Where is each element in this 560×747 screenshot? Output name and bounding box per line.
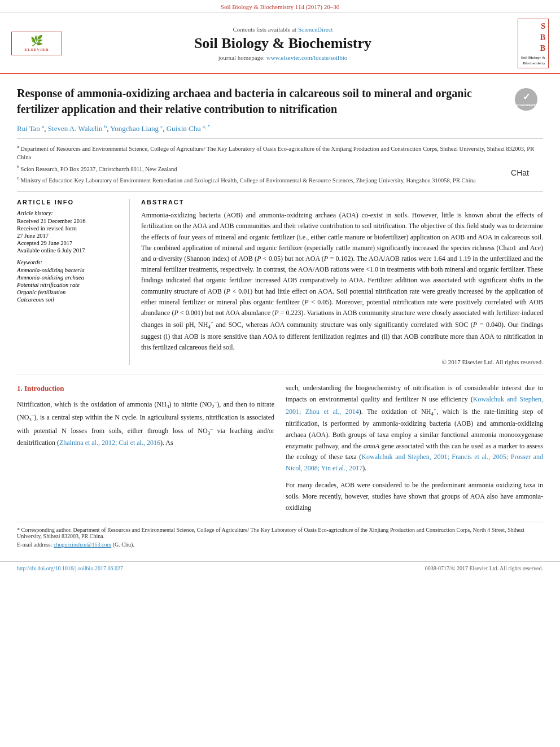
article-history-group: Article history: Received 21 December 20… [17, 210, 124, 254]
elsevier-logo-box: 🌿 ELSEVIER [11, 32, 62, 55]
homepage-url[interactable]: www.elsevier.com/locate/soilbio [266, 54, 347, 61]
keyword-4: Organic fertilization [17, 289, 124, 295]
elsevier-logo: 🌿 ELSEVIER [11, 32, 62, 55]
intro-heading: 1. Introduction [17, 383, 274, 395]
affiliations: a Department of Resources and Environmen… [17, 138, 543, 185]
keywords-list: Ammonia-oxidizing bacteria Ammonia-oxidi… [17, 267, 124, 303]
journal-header: 🌿 ELSEVIER Contents lists available at S… [0, 13, 560, 74]
science-direct-link[interactable]: ScienceDirect [298, 26, 333, 33]
revised-date: 27 June 2017 [17, 233, 124, 239]
author-liang[interactable]: Yongchao Liang [110, 125, 159, 133]
article-title-section: Response of ammonia-oxidizing archaea an… [17, 85, 543, 117]
section-divider [17, 374, 543, 374]
journal-citation: Soil Biology & Biochemistry 114 (2017) 2… [221, 3, 339, 10]
footnote-email: E-mail address: chuguixinshzu@163.com (G… [17, 541, 543, 548]
author-chu[interactable]: Guixin Chu [167, 125, 201, 133]
available-item: Available online 6 July 2017 [17, 247, 124, 254]
article-history-label: Article history: [17, 210, 124, 216]
affil-c: c Ministry of Education Key Laboratory o… [17, 175, 543, 185]
page-container: Soil Biology & Biochemistry 114 (2017) 2… [0, 0, 560, 747]
article-two-col: ARTICLE INFO Article history: Received 2… [17, 191, 543, 365]
intro-para-2: such, understanding the biogeochemistry … [286, 383, 543, 474]
chat-annotation: CHat [511, 168, 529, 177]
crossmark-badge: ✓ CrossMark [515, 88, 537, 111]
journal-logo-right: S B B Soil Biology &Biochemistry [504, 19, 549, 68]
article-info-label: ARTICLE INFO [17, 199, 124, 206]
keyword-2: Ammonia-oxidizing archaea [17, 274, 124, 281]
author-rui-tao[interactable]: Rui Tao [17, 125, 40, 133]
abstract-text: Ammonia-oxidizing bacteria (AOB) and amm… [141, 210, 543, 353]
email-link[interactable]: chuguixinshzu@163.com [54, 541, 111, 548]
revised-label: Received in revised form [17, 225, 124, 231]
author-wakelin[interactable]: Steven A. Wakelin [48, 125, 103, 133]
col-article-info: ARTICLE INFO Article history: Received 2… [17, 199, 130, 365]
sb-logo: S B B Soil Biology &Biochemistry [518, 19, 549, 68]
journal-title-center: Contents lists available at ScienceDirec… [62, 26, 504, 61]
keywords-label: Keywords: [17, 259, 124, 265]
keyword-5: Calcareous soil [17, 296, 124, 303]
cite-kowalchuk2[interactable]: Kowalchuk and Stephen, 2001; Francis et … [286, 453, 543, 472]
article-content: Response of ammonia-oxidizing archaea an… [0, 74, 560, 561]
body-col-left: 1. Introduction Nitrification, which is … [17, 383, 274, 513]
body-two-col: 1. Introduction Nitrification, which is … [17, 383, 543, 513]
crossmark: ✓ CrossMark [515, 88, 543, 111]
keyword-3: Potential nitrification rate [17, 282, 124, 288]
footnotes: * Corresponding author. Department of Re… [17, 522, 543, 548]
body-col-right: such, understanding the biogeochemistry … [286, 383, 543, 513]
cite-kowalchuk1[interactable]: Kowalchuk and Stephen, 2001; Zhou et al.… [286, 395, 543, 416]
doi-line: http://dx.doi.org/10.1016/j.soilbio.2017… [17, 565, 123, 571]
bottom-bar: http://dx.doi.org/10.1016/j.soilbio.2017… [0, 561, 560, 575]
abstract-label: ABSTRACT [141, 199, 543, 206]
keywords-group: Keywords: Ammonia-oxidizing bacteria Amm… [17, 259, 124, 303]
authors: Rui Tao a, Steven A. Wakelin b, Yongchao… [17, 124, 543, 133]
contents-available: Contents lists available at ScienceDirec… [62, 26, 504, 33]
affil-b: b Scion Research, PO Box 29237, Christch… [17, 164, 543, 173]
col-abstract: ABSTRACT Ammonia-oxidizing bacteria (AOB… [141, 199, 543, 365]
intro-para-3: For many decades, AOB were considered to… [286, 480, 543, 513]
accepted-item: Accepted 29 June 2017 [17, 240, 124, 246]
doi-link[interactable]: http://dx.doi.org/10.1016/j.soilbio.2017… [17, 565, 123, 571]
received-item: Received 21 December 2016 [17, 218, 124, 224]
article-title: Response of ammonia-oxidizing archaea an… [17, 85, 509, 117]
journal-name: Soil Biology & Biochemistry [62, 35, 504, 52]
footnote-star: * Corresponding author. Department of Re… [17, 527, 543, 539]
journal-top-bar: Soil Biology & Biochemistry 114 (2017) 2… [0, 0, 560, 13]
elsevier-label: ELSEVIER [15, 47, 58, 53]
keyword-1: Ammonia-oxidizing bacteria [17, 267, 124, 273]
cite-zhalnina[interactable]: Zhalnina et al., 2012; Cui et al., 2016 [59, 439, 160, 447]
affil-a: a Department of Resources and Environmen… [17, 143, 543, 162]
homepage-link: journal homepage: www.elsevier.com/locat… [62, 54, 504, 61]
copyright-line: © 2017 Elsevier Ltd. All rights reserved… [141, 359, 543, 365]
intro-para-1: Nitrification, which is the oxidation of… [17, 398, 274, 449]
footnote-email-note: (G. Chu). [113, 541, 134, 548]
issn-line: 0038-0717/© 2017 Elsevier Ltd. All right… [425, 565, 543, 571]
